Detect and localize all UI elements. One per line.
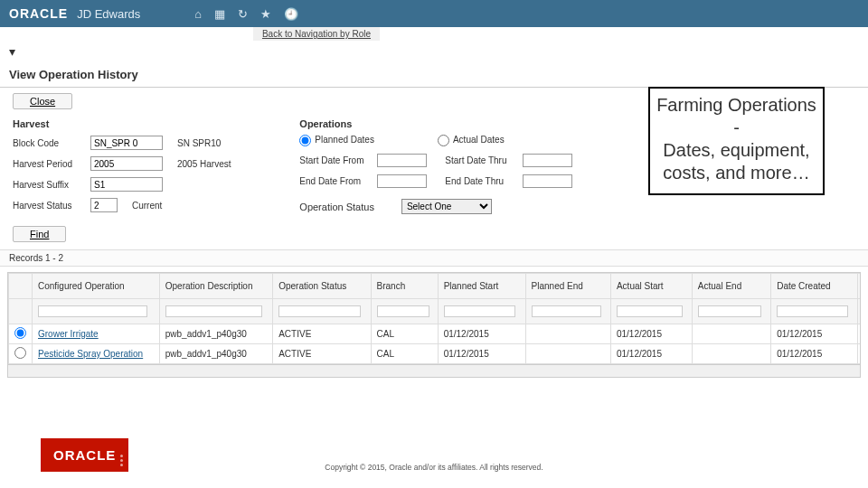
- harvest-status-input[interactable]: [90, 198, 118, 212]
- col-config-op[interactable]: Configured Operation: [33, 274, 160, 299]
- oracle-logo: ORACLE: [9, 6, 68, 21]
- product-name: JD Edwards: [77, 7, 140, 21]
- operations-panel: Operations Planned Dates Actual Dates St…: [299, 115, 595, 219]
- col-plan-start[interactable]: Planned Start: [438, 274, 525, 299]
- callout-box: Farming Operations - Dates, equipment, c…: [648, 87, 825, 195]
- cell-act-end: [692, 324, 770, 344]
- col-select: [9, 274, 33, 299]
- cell-act-end: [692, 344, 770, 364]
- harvest-period-desc: 2005 Harvest: [177, 159, 231, 169]
- home-icon[interactable]: ⌂: [194, 7, 202, 21]
- col-prior-val[interactable]: Prior Val: [858, 274, 861, 299]
- page-title: View Operation History: [0, 62, 868, 88]
- refresh-icon[interactable]: ↻: [238, 7, 248, 21]
- cell-plan-end: [525, 344, 610, 364]
- callout-line2: -: [656, 117, 817, 139]
- col-op-status[interactable]: Operation Status: [273, 274, 371, 299]
- filter-config-op[interactable]: [38, 305, 147, 317]
- row-select-radio[interactable]: [14, 327, 26, 339]
- col-date-created[interactable]: Date Created: [771, 274, 858, 299]
- harvest-period-input[interactable]: [90, 156, 163, 171]
- cell-date-created: 01/12/2015: [771, 344, 858, 364]
- end-date-thru-label: End Date Thru: [445, 176, 517, 186]
- operation-status-label: Operation Status: [299, 202, 374, 212]
- harvest-panel: Harvest Block Code SN SPR10 Harvest Peri…: [13, 115, 281, 219]
- callout-line3: Dates, equipment, costs, and more…: [656, 139, 817, 184]
- cell-prior-val: [858, 324, 861, 344]
- start-date-from-input[interactable]: [377, 154, 427, 167]
- block-code-input[interactable]: [90, 136, 163, 150]
- cell-plan-start: 01/12/2015: [438, 344, 525, 364]
- start-date-thru-label: Start Date Thru: [445, 155, 517, 165]
- harvest-suffix-label: Harvest Suffix: [13, 180, 85, 190]
- harvest-suffix-input[interactable]: [90, 177, 163, 192]
- planned-dates-radio[interactable]: Planned Dates: [299, 135, 374, 146]
- cell-act-start: 01/12/2015: [610, 344, 692, 364]
- results-grid: Configured Operation Operation Descripti…: [7, 272, 861, 378]
- cell-date-created: 01/12/2015: [771, 324, 858, 344]
- filter-act-start[interactable]: [617, 305, 683, 317]
- filter-plan-start[interactable]: [444, 305, 516, 317]
- col-act-start[interactable]: Actual Start: [610, 274, 692, 299]
- start-date-thru-input[interactable]: [523, 154, 572, 167]
- records-count: Records 1 - 2: [0, 249, 868, 267]
- horizontal-scrollbar[interactable]: [8, 364, 860, 377]
- cell-op-desc: pwb_addv1_p40g30: [159, 344, 272, 364]
- cell-plan-start: 01/12/2015: [438, 324, 525, 344]
- actual-dates-radio[interactable]: Actual Dates: [438, 135, 505, 146]
- harvest-period-label: Harvest Period: [13, 159, 85, 169]
- history-icon[interactable]: 🕘: [284, 7, 298, 21]
- start-date-from-label: Start Date From: [299, 155, 372, 165]
- col-branch[interactable]: Branch: [371, 274, 438, 299]
- filter-date-created[interactable]: [777, 305, 848, 317]
- cell-act-start: 01/12/2015: [610, 324, 692, 344]
- dashboard-icon[interactable]: ▦: [214, 7, 225, 21]
- cell-config-op[interactable]: Pesticide Spray Operation: [33, 344, 160, 364]
- toolbar-dropdown[interactable]: ▾: [0, 41, 868, 62]
- callout-line1: Farming Operations: [656, 94, 817, 117]
- cell-plan-end: [525, 324, 610, 344]
- cell-branch: CAL: [371, 324, 438, 344]
- cell-op-status: ACTIVE: [273, 344, 371, 364]
- cell-op-desc: pwb_addv1_p40g30: [159, 324, 272, 344]
- cell-config-op[interactable]: Grower Irrigate: [33, 324, 160, 344]
- end-date-thru-input[interactable]: [523, 174, 572, 188]
- col-act-end[interactable]: Actual End: [692, 274, 770, 299]
- planned-dates-radio-input[interactable]: [299, 135, 311, 146]
- table-row[interactable]: Pesticide Spray Operationpwb_addv1_p40g3…: [9, 344, 862, 364]
- col-plan-end[interactable]: Planned End: [525, 274, 610, 299]
- table-row[interactable]: Grower Irrigatepwb_addv1_p40g30ACTIVECAL…: [9, 324, 862, 344]
- actual-dates-radio-input[interactable]: [438, 135, 449, 146]
- filter-branch[interactable]: [377, 305, 429, 317]
- filter-plan-end[interactable]: [532, 305, 601, 317]
- filter-op-desc[interactable]: [165, 305, 262, 317]
- harvest-heading: Harvest: [13, 118, 281, 129]
- operation-status-select[interactable]: Select One: [401, 199, 492, 214]
- cell-prior-val: [858, 344, 861, 364]
- end-date-from-label: End Date From: [299, 176, 372, 186]
- filter-op-status[interactable]: [278, 305, 361, 317]
- favorites-icon[interactable]: ★: [260, 7, 271, 21]
- block-code-desc: SN SPR10: [177, 138, 221, 148]
- harvest-status-desc: Current: [132, 201, 162, 211]
- block-code-label: Block Code: [13, 138, 85, 148]
- operations-heading: Operations: [299, 118, 595, 129]
- cell-branch: CAL: [371, 344, 438, 364]
- find-button[interactable]: Find: [13, 226, 66, 242]
- col-op-desc[interactable]: Operation Description: [159, 274, 272, 299]
- row-select-radio[interactable]: [14, 347, 26, 359]
- end-date-from-input[interactable]: [377, 174, 427, 188]
- copyright-text: Copyright © 2015, Oracle and/or its affi…: [0, 463, 868, 472]
- filter-act-end[interactable]: [698, 305, 762, 317]
- app-header: ORACLE JD Edwards ⌂ ▦ ↻ ★ 🕘: [0, 0, 868, 27]
- topbar-toolbar: ⌂ ▦ ↻ ★ 🕘: [194, 7, 298, 21]
- cell-op-status: ACTIVE: [273, 324, 371, 344]
- harvest-status-label: Harvest Status: [13, 201, 85, 211]
- close-button[interactable]: Close: [13, 93, 72, 109]
- back-to-nav-link[interactable]: Back to Navigation by Role: [253, 27, 380, 41]
